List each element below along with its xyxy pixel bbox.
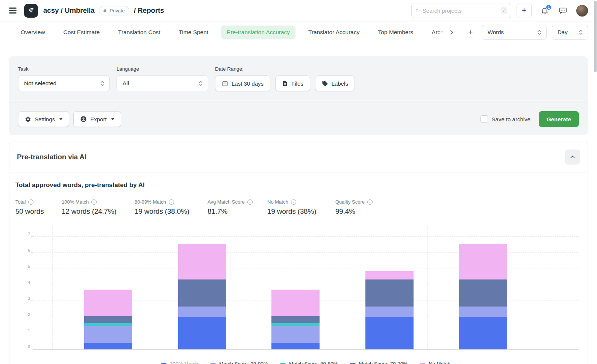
breadcrumb-project[interactable]: acsy / Umbrella <box>43 6 94 15</box>
chart-subtitle: Total approved words, pre-translated by … <box>15 181 580 189</box>
bar-segment-no-match[interactable] <box>84 290 132 316</box>
save-to-archive-option[interactable]: Save to archive <box>480 115 530 123</box>
bar-segment-match-score-79-70-[interactable] <box>178 279 226 307</box>
chevron-up-icon <box>570 154 576 160</box>
stat-no-match: No Matchi19 words (38%) <box>267 199 335 216</box>
tab-pre-translation-accuracy[interactable]: Pre-translation Accuracy <box>221 26 295 39</box>
files-filter-label: Files <box>291 80 303 87</box>
task-select[interactable]: Not selected <box>18 76 110 91</box>
bar-segment-100-match[interactable] <box>365 317 414 349</box>
y-axis-tick <box>31 252 33 253</box>
search-box[interactable]: / <box>411 3 511 18</box>
bar-segment-no-match[interactable] <box>271 290 320 316</box>
labels-filter-label: Labels <box>332 80 348 87</box>
bar-segment-100-match[interactable] <box>178 317 226 349</box>
add-report-tab-button[interactable]: + <box>468 28 473 37</box>
y-axis-tick-label: 0 <box>23 344 30 349</box>
page-scrollbar[interactable] <box>594 1 597 72</box>
legend-item-match-score-89-80-[interactable]: Match Score: 89-80% <box>280 361 338 364</box>
y-axis-tick-label: 5 <box>23 264 30 269</box>
settings-button-label: Settings <box>35 116 55 122</box>
legend-item-no-match[interactable]: No Match <box>420 361 450 364</box>
y-axis-tick-label: 2 <box>23 312 30 317</box>
stat-value: 19 words (38.0%) <box>135 207 208 216</box>
y-gridline <box>33 236 579 237</box>
info-icon[interactable]: i <box>367 199 373 205</box>
legend-item-100-match[interactable]: 100% Match <box>161 361 198 364</box>
date-range-button[interactable]: Last 30 days <box>215 76 270 91</box>
bar-segment-match-score-79-70-[interactable] <box>271 316 320 323</box>
labels-filter-button[interactable]: Labels <box>315 76 355 91</box>
info-icon[interactable]: i <box>28 199 33 205</box>
stat-value: 81.7% <box>208 207 267 216</box>
stat-100-match: 100% Matchi12 words (24.7%) <box>62 199 135 216</box>
bar-segment-match-score-99-90-[interactable] <box>84 326 132 343</box>
bar-segment-match-score-79-70-[interactable] <box>459 279 507 307</box>
info-icon[interactable]: i <box>91 199 97 205</box>
bar-segment-match-score-99-90-[interactable] <box>365 307 414 317</box>
legend-item-match-score-99-90-[interactable]: Match Score: 99-90% <box>210 361 268 364</box>
notifications-button[interactable]: 1 <box>541 6 549 15</box>
tab-overview[interactable]: Overview <box>15 26 51 39</box>
tab-translator-accuracy[interactable]: Translator Accuracy <box>303 26 365 39</box>
crowdin-logo-icon <box>27 6 36 15</box>
tab-time-spent[interactable]: Time Spent <box>173 26 214 39</box>
period-select[interactable]: Day <box>552 25 588 40</box>
export-button-label: Export <box>90 116 106 122</box>
stacked-bar-2[interactable] <box>178 244 226 349</box>
tab-top-members[interactable]: Top Members <box>372 26 419 39</box>
stat-value: 12 words (24.7%) <box>62 207 135 216</box>
stat-label: Quality Score <box>335 199 365 205</box>
tab-arch[interactable]: Arch <box>426 26 445 39</box>
tabs-overflow-chevron-icon[interactable] <box>446 28 457 37</box>
info-icon[interactable]: i <box>247 199 253 205</box>
bar-segment-match-score-99-90-[interactable] <box>178 307 226 317</box>
create-project-button[interactable]: + <box>517 3 532 18</box>
y-axis-tick <box>31 301 33 301</box>
collapse-card-button[interactable] <box>565 150 580 165</box>
tab-cost-estimate[interactable]: Cost Estimate <box>58 26 105 39</box>
bar-segment-no-match[interactable] <box>459 244 507 279</box>
y-axis-tick-label: 7 <box>23 232 30 236</box>
x-gridline <box>146 226 146 349</box>
bar-segment-100-match[interactable] <box>271 343 320 349</box>
settings-dropdown-button[interactable]: Settings <box>18 111 69 127</box>
info-icon[interactable]: i <box>291 199 296 205</box>
bar-segment-match-score-79-70-[interactable] <box>84 316 132 323</box>
y-axis-tick <box>31 333 33 333</box>
report-card-title: Pre-translation via AI <box>17 153 86 161</box>
bar-segment-100-match[interactable] <box>459 317 507 349</box>
export-dropdown-button[interactable]: Export <box>73 111 121 127</box>
bar-segment-match-score-89-80-[interactable] <box>271 323 320 326</box>
bar-segment-no-match[interactable] <box>365 271 414 279</box>
stacked-bar-1[interactable] <box>84 290 132 349</box>
language-select[interactable]: All <box>117 76 208 91</box>
legend-item-match-score-79-70-[interactable]: Match Score: 79-70% <box>350 361 408 364</box>
search-input[interactable] <box>423 8 497 14</box>
messages-button[interactable] <box>559 6 567 15</box>
search-icon <box>415 7 419 14</box>
save-to-archive-checkbox[interactable] <box>480 115 488 123</box>
report-tabs: OverviewCost EstimateTranslation CostTim… <box>0 21 597 43</box>
breadcrumb-page: / Reports <box>134 6 164 15</box>
bar-segment-100-match[interactable] <box>84 343 132 349</box>
stacked-bar-5[interactable] <box>459 244 507 349</box>
bar-segment-match-score-99-90-[interactable] <box>271 326 320 343</box>
info-icon[interactable]: i <box>169 199 174 205</box>
unit-select[interactable]: Words <box>482 25 547 40</box>
files-filter-button[interactable]: Files <box>275 76 310 91</box>
app-logo[interactable] <box>24 4 38 18</box>
bar-segment-match-score-79-70-[interactable] <box>365 279 414 307</box>
bar-segment-no-match[interactable] <box>178 244 226 279</box>
stacked-bar-4[interactable] <box>365 271 414 349</box>
bar-segment-match-score-89-80-[interactable] <box>84 323 132 326</box>
search-shortcut-key: / <box>501 7 507 14</box>
stat-value: 50 words <box>15 207 62 216</box>
user-avatar[interactable] <box>576 5 588 17</box>
tab-translation-cost[interactable]: Translation Cost <box>112 26 166 39</box>
hamburger-menu-icon[interactable] <box>9 8 17 14</box>
stacked-bar-3[interactable] <box>271 290 320 349</box>
bar-segment-match-score-99-90-[interactable] <box>459 307 507 317</box>
generate-button[interactable]: Generate <box>539 111 579 127</box>
legend-label: Match Score: 99-90% <box>219 361 268 364</box>
